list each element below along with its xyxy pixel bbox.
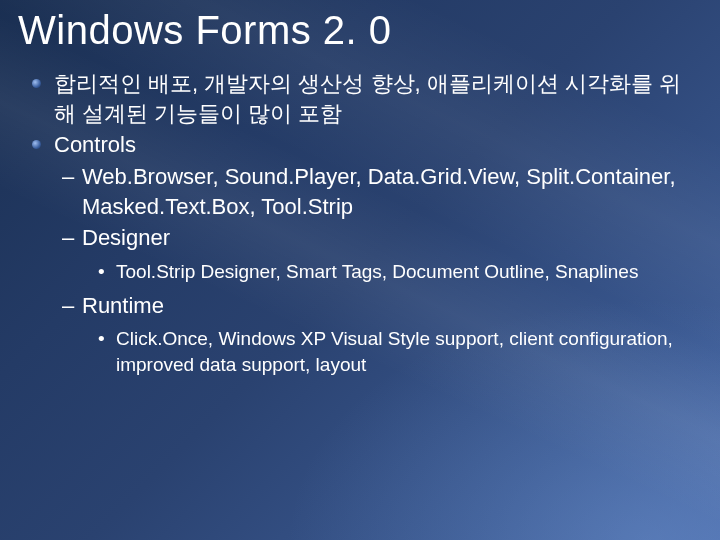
- sub-sub-list: Click.Once, Windows XP Visual Style supp…: [82, 326, 702, 377]
- sub-sub-list: Tool.Strip Designer, Smart Tags, Documen…: [82, 259, 702, 285]
- list-item: Designer Tool.Strip Designer, Smart Tags…: [82, 223, 702, 284]
- slide-title: Windows Forms 2. 0: [18, 8, 702, 53]
- sub-list: Web.Browser, Sound.Player, Data.Grid.Vie…: [54, 162, 702, 378]
- list-item: Click.Once, Windows XP Visual Style supp…: [116, 326, 702, 377]
- list-item: Controls Web.Browser, Sound.Player, Data…: [54, 130, 702, 377]
- list-item-label: Controls: [54, 132, 136, 157]
- list-item-label: Designer: [82, 225, 170, 250]
- list-item: 합리적인 배포, 개발자의 생산성 향상, 애플리케이션 시각화를 위해 설계된…: [54, 69, 702, 128]
- list-item: Web.Browser, Sound.Player, Data.Grid.Vie…: [82, 162, 702, 221]
- list-item-label: Runtime: [82, 293, 164, 318]
- bullet-list: 합리적인 배포, 개발자의 생산성 향상, 애플리케이션 시각화를 위해 설계된…: [18, 69, 702, 378]
- list-item: Runtime Click.Once, Windows XP Visual St…: [82, 291, 702, 378]
- list-item: Tool.Strip Designer, Smart Tags, Documen…: [116, 259, 702, 285]
